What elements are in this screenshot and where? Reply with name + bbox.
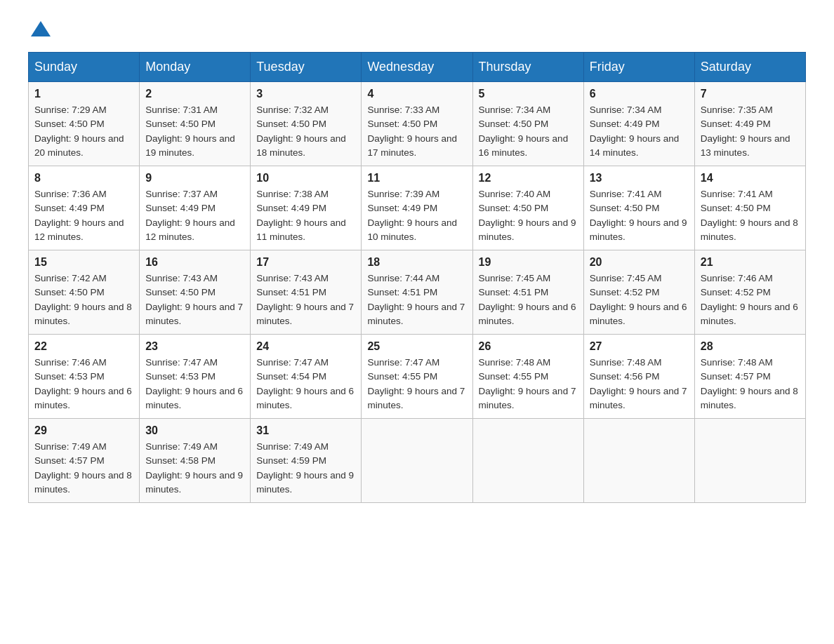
day-info: Sunrise: 7:46 AMSunset: 4:52 PMDaylight:… <box>701 273 798 326</box>
logo <box>28 21 52 38</box>
day-number: 27 <box>590 340 689 353</box>
day-number: 3 <box>256 88 355 100</box>
calendar-cell: 5 Sunrise: 7:34 AMSunset: 4:50 PMDayligh… <box>472 82 583 166</box>
day-info: Sunrise: 7:39 AMSunset: 4:49 PMDaylight:… <box>367 189 457 242</box>
day-number: 5 <box>479 88 578 100</box>
day-number: 2 <box>145 88 244 100</box>
calendar-cell: 29 Sunrise: 7:49 AMSunset: 4:57 PMDaylig… <box>29 419 140 503</box>
calendar-cell: 16 Sunrise: 7:43 AMSunset: 4:50 PMDaylig… <box>140 250 251 335</box>
day-info: Sunrise: 7:33 AMSunset: 4:50 PMDaylight:… <box>367 105 457 158</box>
day-info: Sunrise: 7:40 AMSunset: 4:50 PMDaylight:… <box>479 189 576 242</box>
day-number: 28 <box>701 340 800 353</box>
calendar-cell: 19 Sunrise: 7:45 AMSunset: 4:51 PMDaylig… <box>472 250 583 335</box>
column-header-thursday: Thursday <box>472 53 583 82</box>
day-info: Sunrise: 7:48 AMSunset: 4:56 PMDaylight:… <box>590 357 687 410</box>
column-header-saturday: Saturday <box>694 53 805 82</box>
calendar-cell <box>694 419 805 503</box>
calendar-cell: 12 Sunrise: 7:40 AMSunset: 4:50 PMDaylig… <box>472 166 583 250</box>
calendar-cell <box>472 419 583 503</box>
day-info: Sunrise: 7:37 AMSunset: 4:49 PMDaylight:… <box>145 189 235 242</box>
day-number: 1 <box>34 88 133 100</box>
day-number: 20 <box>590 256 689 269</box>
day-info: Sunrise: 7:34 AMSunset: 4:49 PMDaylight:… <box>590 105 680 158</box>
day-number: 30 <box>145 424 244 437</box>
day-number: 18 <box>367 256 466 269</box>
calendar-week-row: 22 Sunrise: 7:46 AMSunset: 4:53 PMDaylig… <box>29 335 806 419</box>
calendar-cell: 6 Sunrise: 7:34 AMSunset: 4:49 PMDayligh… <box>583 82 694 166</box>
calendar-cell: 23 Sunrise: 7:47 AMSunset: 4:53 PMDaylig… <box>140 335 251 419</box>
day-number: 9 <box>145 172 244 185</box>
calendar-cell: 13 Sunrise: 7:41 AMSunset: 4:50 PMDaylig… <box>583 166 694 250</box>
day-number: 6 <box>590 88 689 100</box>
logo-triangle-icon <box>31 21 51 36</box>
day-number: 19 <box>479 256 578 269</box>
calendar-cell: 22 Sunrise: 7:46 AMSunset: 4:53 PMDaylig… <box>29 335 140 419</box>
day-info: Sunrise: 7:45 AMSunset: 4:51 PMDaylight:… <box>479 273 576 326</box>
day-info: Sunrise: 7:46 AMSunset: 4:53 PMDaylight:… <box>34 357 132 410</box>
day-info: Sunrise: 7:47 AMSunset: 4:55 PMDaylight:… <box>367 357 465 410</box>
calendar-cell: 30 Sunrise: 7:49 AMSunset: 4:58 PMDaylig… <box>140 419 251 503</box>
calendar-cell: 24 Sunrise: 7:47 AMSunset: 4:54 PMDaylig… <box>251 335 362 419</box>
day-number: 7 <box>701 88 800 100</box>
day-info: Sunrise: 7:48 AMSunset: 4:55 PMDaylight:… <box>479 357 576 410</box>
calendar-week-row: 1 Sunrise: 7:29 AMSunset: 4:50 PMDayligh… <box>29 82 806 166</box>
calendar-cell: 27 Sunrise: 7:48 AMSunset: 4:56 PMDaylig… <box>583 335 694 419</box>
calendar-cell: 18 Sunrise: 7:44 AMSunset: 4:51 PMDaylig… <box>362 250 472 335</box>
day-info: Sunrise: 7:35 AMSunset: 4:49 PMDaylight:… <box>701 105 790 158</box>
calendar-cell: 7 Sunrise: 7:35 AMSunset: 4:49 PMDayligh… <box>694 82 805 166</box>
calendar-cell: 17 Sunrise: 7:43 AMSunset: 4:51 PMDaylig… <box>251 250 362 335</box>
day-info: Sunrise: 7:48 AMSunset: 4:57 PMDaylight:… <box>701 357 798 410</box>
calendar-week-row: 8 Sunrise: 7:36 AMSunset: 4:49 PMDayligh… <box>29 166 806 250</box>
day-number: 15 <box>34 256 133 269</box>
day-number: 10 <box>256 172 355 185</box>
day-info: Sunrise: 7:49 AMSunset: 4:57 PMDaylight:… <box>34 441 132 495</box>
calendar-header-row: SundayMondayTuesdayWednesdayThursdayFrid… <box>29 53 806 82</box>
calendar-cell: 10 Sunrise: 7:38 AMSunset: 4:49 PMDaylig… <box>251 166 362 250</box>
day-number: 11 <box>367 172 466 185</box>
day-info: Sunrise: 7:49 AMSunset: 4:58 PMDaylight:… <box>145 441 243 495</box>
calendar-cell: 15 Sunrise: 7:42 AMSunset: 4:50 PMDaylig… <box>29 250 140 335</box>
calendar-cell <box>362 419 472 503</box>
calendar-cell: 4 Sunrise: 7:33 AMSunset: 4:50 PMDayligh… <box>362 82 472 166</box>
calendar-cell: 11 Sunrise: 7:39 AMSunset: 4:49 PMDaylig… <box>362 166 472 250</box>
column-header-tuesday: Tuesday <box>251 53 362 82</box>
day-number: 31 <box>256 424 355 437</box>
day-info: Sunrise: 7:29 AMSunset: 4:50 PMDaylight:… <box>34 105 124 158</box>
column-header-wednesday: Wednesday <box>362 53 472 82</box>
calendar-cell: 9 Sunrise: 7:37 AMSunset: 4:49 PMDayligh… <box>140 166 251 250</box>
calendar-week-row: 15 Sunrise: 7:42 AMSunset: 4:50 PMDaylig… <box>29 250 806 335</box>
day-number: 26 <box>479 340 578 353</box>
calendar-cell: 26 Sunrise: 7:48 AMSunset: 4:55 PMDaylig… <box>472 335 583 419</box>
calendar-cell: 25 Sunrise: 7:47 AMSunset: 4:55 PMDaylig… <box>362 335 472 419</box>
column-header-sunday: Sunday <box>29 53 140 82</box>
day-info: Sunrise: 7:42 AMSunset: 4:50 PMDaylight:… <box>34 273 132 326</box>
page-header <box>28 21 806 38</box>
calendar-cell: 3 Sunrise: 7:32 AMSunset: 4:50 PMDayligh… <box>251 82 362 166</box>
calendar-cell: 31 Sunrise: 7:49 AMSunset: 4:59 PMDaylig… <box>251 419 362 503</box>
day-info: Sunrise: 7:44 AMSunset: 4:51 PMDaylight:… <box>367 273 465 326</box>
day-number: 29 <box>34 424 133 437</box>
day-number: 13 <box>590 172 689 185</box>
calendar-cell: 14 Sunrise: 7:41 AMSunset: 4:50 PMDaylig… <box>694 166 805 250</box>
day-number: 22 <box>34 340 133 353</box>
day-info: Sunrise: 7:36 AMSunset: 4:49 PMDaylight:… <box>34 189 124 242</box>
day-info: Sunrise: 7:45 AMSunset: 4:52 PMDaylight:… <box>590 273 687 326</box>
calendar-cell: 20 Sunrise: 7:45 AMSunset: 4:52 PMDaylig… <box>583 250 694 335</box>
day-info: Sunrise: 7:38 AMSunset: 4:49 PMDaylight:… <box>256 189 346 242</box>
day-number: 25 <box>367 340 466 353</box>
calendar-cell: 1 Sunrise: 7:29 AMSunset: 4:50 PMDayligh… <box>29 82 140 166</box>
day-info: Sunrise: 7:31 AMSunset: 4:50 PMDaylight:… <box>145 105 235 158</box>
day-number: 8 <box>34 172 133 185</box>
day-info: Sunrise: 7:32 AMSunset: 4:50 PMDaylight:… <box>256 105 346 158</box>
day-number: 21 <box>701 256 800 269</box>
column-header-monday: Monday <box>140 53 251 82</box>
calendar-table: SundayMondayTuesdayWednesdayThursdayFrid… <box>28 52 806 503</box>
day-number: 16 <box>145 256 244 269</box>
day-number: 14 <box>701 172 800 185</box>
day-info: Sunrise: 7:34 AMSunset: 4:50 PMDaylight:… <box>479 105 569 158</box>
day-number: 23 <box>145 340 244 353</box>
day-info: Sunrise: 7:49 AMSunset: 4:59 PMDaylight:… <box>256 441 354 495</box>
day-info: Sunrise: 7:47 AMSunset: 4:53 PMDaylight:… <box>145 357 243 410</box>
calendar-cell <box>583 419 694 503</box>
day-number: 4 <box>367 88 466 100</box>
